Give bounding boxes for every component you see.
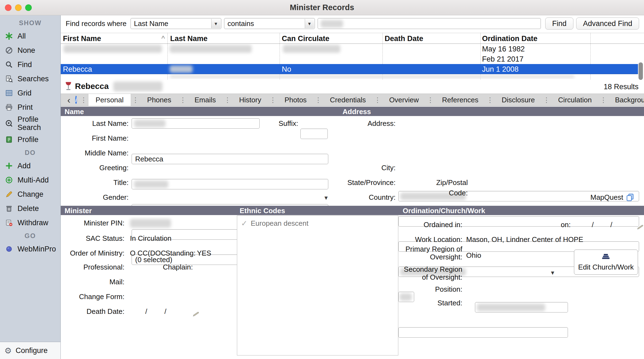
grid-icon <box>4 89 14 97</box>
sidebar-item-withdraw[interactable]: Withdraw <box>0 216 60 230</box>
date-separator: / <box>145 306 147 317</box>
find-field-select[interactable]: Last Name ▾ <box>130 18 221 29</box>
ordained-on-label: on: <box>554 219 571 230</box>
address-section-header: Address <box>343 108 371 116</box>
order-of-ministry-value: O CC(DOC <box>130 248 166 258</box>
tab-history[interactable]: History <box>232 94 268 106</box>
circle-plus-icon <box>4 176 14 184</box>
info-icon[interactable]: i <box>75 96 77 104</box>
sidebar-item-label: Multi-Add <box>18 176 49 184</box>
sidebar-item-delete[interactable]: Delete <box>0 201 60 216</box>
vertical-scrollbar-thumb[interactable] <box>639 62 643 80</box>
sidebar-item-find[interactable]: Find <box>0 57 60 72</box>
search-icon <box>4 61 14 68</box>
tab-personal[interactable]: Personal <box>88 94 131 106</box>
sidebar-item-change[interactable]: Change <box>0 187 60 201</box>
ordained-in-label: Ordained in: <box>402 219 462 230</box>
redacted-text <box>130 219 171 228</box>
sac-status-label: SAC Status: <box>61 233 124 244</box>
close-window-button[interactable] <box>5 4 11 11</box>
zoom-window-button[interactable] <box>25 4 32 11</box>
date-edit-icon[interactable] <box>637 223 644 232</box>
position-label: Position: <box>402 284 462 294</box>
date-edit-icon[interactable] <box>193 310 200 319</box>
started-label: Started: <box>402 298 462 308</box>
find-button[interactable]: Find <box>545 18 573 30</box>
dropdown-arrow-icon[interactable]: ▼ <box>323 195 329 201</box>
tab-divider: ⋮ <box>486 96 495 104</box>
ethnic-code-item[interactable]: ✓ European descent <box>237 216 398 231</box>
sidebar-item-multi-add[interactable]: Multi-Add <box>0 173 60 187</box>
sac-status-value: In Circulation <box>130 233 172 244</box>
table-row[interactable]: May 16 1982 <box>61 44 638 54</box>
suffix-input[interactable] <box>300 129 328 139</box>
column-header-last-name[interactable]: Last Name <box>170 34 208 43</box>
ordination-date-cell: Feb 21 2017 <box>482 55 524 63</box>
column-header-can-circulate[interactable]: Can Circulate <box>282 34 329 43</box>
tab-disclosure[interactable]: Disclosure <box>495 94 542 106</box>
sidebar-item-searches[interactable]: Searches <box>0 72 60 86</box>
books-icon <box>601 253 611 261</box>
tab-photos[interactable]: Photos <box>277 94 314 106</box>
sidebar-item-profile[interactable]: Profile <box>0 132 60 147</box>
tab-circulation[interactable]: Circulation <box>551 94 599 106</box>
find-field-value: Last Name <box>134 19 169 28</box>
sidebar-main: SHOW All None Find Searches Grid Print P… <box>0 15 60 342</box>
gender-label: Gender: <box>63 192 129 202</box>
chevron-down-icon: ▾ <box>211 19 221 28</box>
sidebar-item-label: None <box>18 46 35 54</box>
chevron-left-icon[interactable]: ‹ <box>65 95 73 105</box>
first-name-input[interactable]: Rebecca <box>132 154 328 164</box>
sidebar-item-add[interactable]: Add <box>0 159 60 173</box>
change-form-label: Change Form: <box>61 291 124 302</box>
sidebar-item-all[interactable]: All <box>0 29 60 43</box>
ethnic-codes-section-header: Ethnic Codes <box>240 207 285 215</box>
table-row[interactable]: Feb 21 2017 <box>61 54 638 64</box>
plus-icon <box>4 162 14 170</box>
redacted-text <box>477 304 545 311</box>
table-row-partial[interactable] <box>61 74 638 79</box>
tab-divider: ⋮ <box>599 96 608 104</box>
sidebar-item-none[interactable]: None <box>0 43 60 57</box>
edit-church-work-button[interactable]: Edit Church/Work <box>574 250 638 275</box>
tab-phones[interactable]: Phones <box>140 94 178 106</box>
dropdown-arrow-icon[interactable]: ▼ <box>550 270 555 276</box>
sidebar-item-grid[interactable]: Grid <box>0 86 60 100</box>
column-header-first-name[interactable]: First Name <box>63 34 101 43</box>
last-name-input[interactable] <box>132 118 260 129</box>
death-date-label: Death Date: <box>61 306 124 317</box>
table-row-selected[interactable]: Rebecca No Jun 1 2008 <box>61 64 638 74</box>
work-location-value: Mason, OH, Lindner Center of HOPE <box>466 234 583 245</box>
column-header-ordination-date[interactable]: Ordination Date <box>482 34 538 43</box>
redacted-text <box>63 45 162 53</box>
tab-references[interactable]: References <box>435 94 486 106</box>
tab-overview[interactable]: Overview <box>382 94 426 106</box>
sidebar-item-configure[interactable]: ⚙ Configure <box>0 342 60 359</box>
tab-emails[interactable]: Emails <box>187 94 223 106</box>
find-query-input[interactable] <box>318 18 541 29</box>
advanced-find-button[interactable]: Advanced Find <box>576 18 639 30</box>
column-header-death-date[interactable]: Death Date <box>385 34 423 43</box>
sidebar-item-profile-search[interactable]: Profile Search <box>0 114 60 132</box>
chalice-icon <box>65 81 72 94</box>
printer-icon <box>4 103 14 111</box>
first-name-value: Rebecca <box>135 155 163 163</box>
tab-divider: ⋮ <box>373 96 382 104</box>
country-input[interactable] <box>398 327 568 338</box>
zip-postal-code-input[interactable] <box>475 302 568 312</box>
sidebar-item-webminpro[interactable]: WebMinPro <box>0 242 60 256</box>
mapquest-link[interactable]: MapQuest <box>590 192 623 202</box>
tab-divider: ⋮ <box>268 96 277 104</box>
tab-background[interactable]: Background <box>608 94 644 106</box>
mapquest-copy-icon[interactable] <box>626 193 634 203</box>
find-operator-select[interactable]: contains ▾ <box>224 18 315 29</box>
sidebar-item-print[interactable]: Print <box>0 100 60 114</box>
sort-ascending-icon[interactable]: ^ <box>161 34 165 43</box>
middle-name-input[interactable] <box>132 179 328 189</box>
tab-credentials[interactable]: Credentials <box>323 94 373 106</box>
sidebar-section-show: SHOW <box>0 17 60 29</box>
gear-icon: ⚙ <box>4 346 12 355</box>
sidebar-item-label: All <box>18 32 26 40</box>
date-separator: / <box>592 219 594 230</box>
minimize-window-button[interactable] <box>15 4 22 11</box>
